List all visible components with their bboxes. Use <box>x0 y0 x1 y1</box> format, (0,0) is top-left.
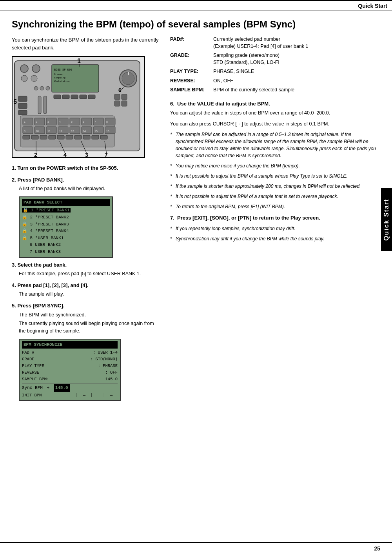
lcd-bank-row-5: 🔒 5 *USER BANK1 <box>22 235 110 242</box>
lcd-bank-title: PAD BANK SELECT <box>22 199 110 207</box>
step-1-number: 1. <box>12 165 16 171</box>
svg-point-7 <box>32 65 40 73</box>
svg-text:5: 5 <box>13 98 17 105</box>
svg-rect-55 <box>92 135 99 139</box>
lcd-init-row: INIT BPM| — | | — <box>22 392 118 399</box>
spec-grade: GRADE: Sampling grade (stereo/mono)STD (… <box>170 52 376 66</box>
svg-rect-59 <box>18 110 27 115</box>
step-5-sub1: The BPM will be synchronized. <box>19 311 161 319</box>
step-3-text: Select the pad bank. <box>17 262 67 268</box>
lcd-bpm-samplebpm: SAMPLE BPM:145.0 <box>22 376 118 383</box>
lcd-bank-row-3: 🔒 3 *PRESET BANK3 <box>22 221 110 228</box>
spec-grade-value: Sampling grade (stereo/mono)STD (Standar… <box>213 52 376 66</box>
svg-text:Sampling: Sampling <box>54 76 65 79</box>
svg-point-83 <box>34 86 38 90</box>
svg-text:4: 4 <box>64 152 67 158</box>
svg-text:8: 8 <box>106 120 108 123</box>
svg-point-8 <box>21 75 27 82</box>
right-column: PAD#: Currently selected pad number(Exam… <box>170 36 376 404</box>
svg-point-9 <box>31 75 37 82</box>
svg-point-85 <box>46 86 50 90</box>
right-step-6-header: 6. Use the VALUE dial to adjust the BPM. <box>170 100 376 108</box>
header-bar: Quick Start <box>0 0 392 11</box>
lcd-bank-row-7: 7 USER BANK3 <box>22 249 110 256</box>
lcd-bank-row-1: 🔒 1 *PRESET BANK1 <box>22 207 110 214</box>
svg-rect-58 <box>18 103 27 109</box>
spec-reverse-label: REVERSE: <box>170 78 213 85</box>
svg-text:6: 6 <box>118 87 122 93</box>
note-7-1: If you repeatedly loop samples, synchron… <box>170 225 376 232</box>
svg-rect-51 <box>57 135 64 139</box>
header-title: Quick Start <box>358 3 387 9</box>
right-step-6-body1: You can adjust the value in steps of one… <box>170 109 376 128</box>
step-3-sub: For this example, press pad [5] to selec… <box>19 270 161 278</box>
right-step-6: 6. Use the VALUE dial to adjust the BPM.… <box>170 100 376 211</box>
spec-reverse: REVERSE: ON, OFF <box>170 78 376 85</box>
svg-text:9: 9 <box>24 130 25 133</box>
lcd-bank-select: PAD BANK SELECT 🔒 1 *PRESET BANK1 🔒 2 *P… <box>19 196 113 258</box>
lcd-sync-value: 145.0 <box>54 384 70 392</box>
side-tab: Quick Start <box>381 188 392 251</box>
svg-text:7: 7 <box>94 120 96 123</box>
spec-samplebpm-value: BPM of the currently selected sample <box>213 87 376 94</box>
svg-rect-53 <box>74 135 82 139</box>
svg-text:1: 1 <box>77 58 81 64</box>
svg-rect-48 <box>31 135 38 139</box>
lcd-bpm-reverse: REVERSE: OFF <box>22 369 118 376</box>
svg-rect-82 <box>44 96 47 114</box>
lcd-bpm-sync: BPM SYNCHRONIZE PAD #: USER 1-4 GRADE: S… <box>19 339 121 401</box>
svg-text:11: 11 <box>47 130 51 133</box>
svg-text:15: 15 <box>94 130 98 133</box>
lcd-bank-row-6: 6 USER BANK2 <box>22 242 110 249</box>
bottom-bar: 25 <box>0 542 392 554</box>
step-4-text: Press pad [1], [2], [3], and [4]. <box>17 282 88 288</box>
svg-rect-78 <box>71 95 78 99</box>
svg-rect-54 <box>83 135 90 139</box>
step-5-sub2: The currently playing sound will begin p… <box>19 320 161 335</box>
svg-point-6 <box>20 65 28 73</box>
spec-pad-label: PAD#: <box>170 36 213 50</box>
svg-rect-47 <box>23 135 30 139</box>
svg-text:4: 4 <box>59 120 61 123</box>
svg-rect-52 <box>66 135 73 139</box>
right-step-7: 7. Press [EXIT], [SONG], or [PTN] to ret… <box>170 214 376 242</box>
svg-text:12: 12 <box>59 130 62 133</box>
svg-rect-79 <box>80 95 87 99</box>
svg-text:2: 2 <box>34 152 37 158</box>
spec-table: PAD#: Currently selected pad number(Exam… <box>170 36 376 94</box>
svg-point-84 <box>40 86 44 90</box>
spec-grade-label: GRADE: <box>170 52 213 66</box>
step-2-sub: A list of the pad banks will be displaye… <box>19 185 161 193</box>
svg-text:3: 3 <box>85 152 88 158</box>
spec-samplebpm-label: SAMPLE BPM: <box>170 87 213 94</box>
svg-text:BOSS SP-505: BOSS SP-505 <box>54 68 72 71</box>
svg-rect-81 <box>38 96 41 114</box>
svg-text:2: 2 <box>36 120 37 123</box>
spec-pad-value: Currently selected pad number(Example) U… <box>213 36 376 50</box>
lcd-bpm-grade: GRADE: STD(MONO) <box>22 356 118 363</box>
svg-text:Workstation: Workstation <box>54 80 70 83</box>
device-image: BOSS SP-505 Groove Sampling Workstation … <box>12 56 145 158</box>
lcd-bank-row-2: 🔒 2 *PRESET BANK2 <box>22 214 110 221</box>
right-step-7-header: 7. Press [EXIT], [SONG], or [PTN] to ret… <box>170 214 376 222</box>
page-title: Synchronizing the BPM (tempo) of several… <box>12 19 376 30</box>
svg-text:10: 10 <box>36 130 39 133</box>
svg-text:3: 3 <box>47 120 49 123</box>
step-5-text: Press [BPM SYNC]. <box>17 303 64 309</box>
lcd-bpm-title: BPM SYNCHRONIZE <box>22 341 118 349</box>
step-1-text: Turn on the POWER switch of the SP-505. <box>17 165 118 171</box>
note-6-4: If the sample is shorter than approximat… <box>170 183 376 190</box>
note-7-2: Synchronization may drift if you change … <box>170 235 376 242</box>
note-6-1: The sample BPM can be adjusted in a rang… <box>170 131 376 159</box>
svg-text:6: 6 <box>83 120 84 123</box>
spec-reverse-value: ON, OFF <box>213 78 376 85</box>
note-6-2: You may notice more noise if you change … <box>170 162 376 169</box>
step-2-number: 2. <box>12 177 16 183</box>
device-svg: BOSS SP-505 Groove Sampling Workstation … <box>13 57 145 158</box>
svg-rect-73 <box>122 94 127 100</box>
lcd-bpm-bottom: Sync BPM ÷ 145.0 INIT BPM| — | | — <box>22 383 118 398</box>
step-2: 2. Press [PAD BANK]. A list of the pad b… <box>12 176 161 193</box>
main-content: Synchronizing the BPM (tempo) of several… <box>0 11 392 412</box>
step-5: 5. Press [BPM SYNC]. The BPM will be syn… <box>12 302 161 335</box>
svg-text:13: 13 <box>71 130 74 133</box>
